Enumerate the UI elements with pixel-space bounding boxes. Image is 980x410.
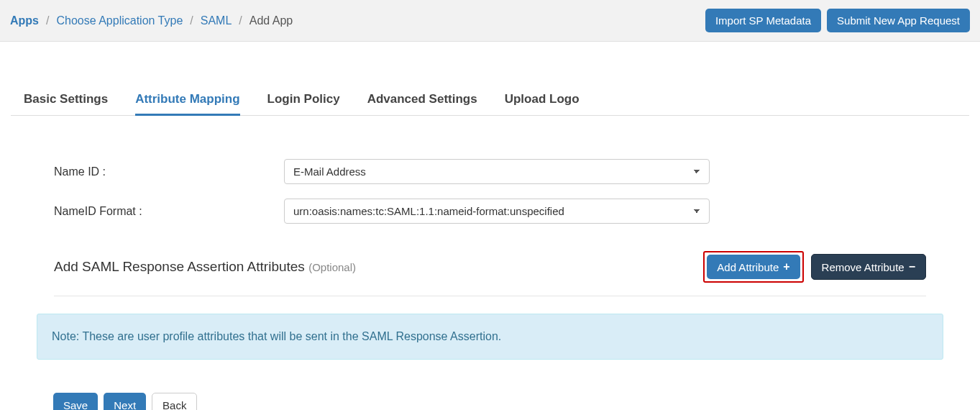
breadcrumb-sep: / (190, 14, 193, 27)
tab-advanced-settings[interactable]: Advanced Settings (367, 85, 477, 115)
submit-new-app-request-button[interactable]: Submit New App Request (827, 9, 970, 32)
section-optional-text: (Optional) (308, 261, 356, 273)
add-attribute-highlight: Add Attribute + (703, 251, 803, 283)
note-box: Note: These are user profile attributes … (37, 314, 943, 360)
footer-actions: Save Next Back (53, 393, 926, 410)
breadcrumb-current: Add App (249, 14, 293, 27)
nameid-format-label: NameID Format : (54, 205, 284, 218)
add-attribute-button[interactable]: Add Attribute + (707, 255, 800, 279)
nameid-format-select[interactable]: urn:oasis:names:tc:SAML:1.1:nameid-forma… (284, 199, 710, 224)
nameid-label: Name ID : (54, 165, 284, 178)
tab-attribute-mapping[interactable]: Attribute Mapping (135, 85, 239, 116)
remove-attribute-button[interactable]: Remove Attribute − (811, 254, 926, 280)
back-button[interactable]: Back (152, 393, 197, 410)
section-title: Add SAML Response Assertion Attributes (… (54, 259, 356, 275)
add-attribute-label: Add Attribute (717, 261, 779, 273)
breadcrumb-root[interactable]: Apps (10, 14, 39, 27)
breadcrumb-item-type[interactable]: Choose Application Type (56, 14, 183, 27)
header-buttons: Import SP Metadata Submit New App Reques… (705, 9, 970, 32)
tab-upload-logo[interactable]: Upload Logo (505, 85, 580, 115)
section-actions: Add Attribute + Remove Attribute − (703, 251, 926, 283)
next-button[interactable]: Next (104, 393, 146, 410)
section-title-text: Add SAML Response Assertion Attributes (54, 259, 305, 274)
minus-icon: − (909, 260, 915, 273)
plus-icon: + (783, 260, 789, 273)
breadcrumb-sep: / (239, 14, 242, 27)
form-row-nameid: Name ID : E-Mail Address (54, 159, 926, 184)
breadcrumb-sep: / (46, 14, 49, 27)
import-sp-metadata-button[interactable]: Import SP Metadata (705, 9, 821, 32)
save-button[interactable]: Save (53, 393, 98, 410)
breadcrumb: Apps / Choose Application Type / SAML / … (10, 14, 293, 27)
tabs: Basic Settings Attribute Mapping Login P… (11, 85, 969, 116)
remove-attribute-label: Remove Attribute (822, 261, 905, 273)
breadcrumb-item-saml[interactable]: SAML (201, 14, 232, 27)
tab-basic-settings[interactable]: Basic Settings (24, 85, 108, 115)
nameid-select[interactable]: E-Mail Address (284, 159, 710, 184)
section-header: Add SAML Response Assertion Attributes (… (54, 251, 926, 296)
form-row-nameid-format: NameID Format : urn:oasis:names:tc:SAML:… (54, 199, 926, 224)
tab-login-policy[interactable]: Login Policy (267, 85, 340, 115)
header-bar: Apps / Choose Application Type / SAML / … (0, 0, 980, 42)
